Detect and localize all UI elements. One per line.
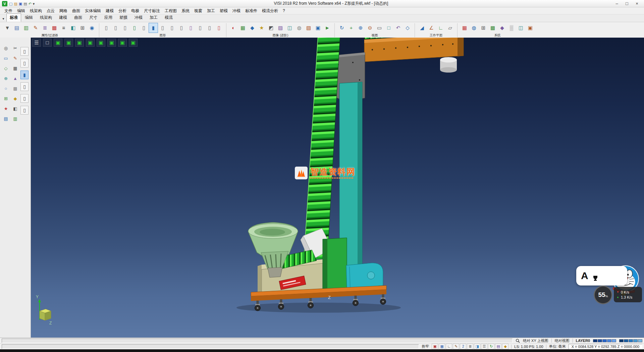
workplane-angle-icon[interactable]: ∠ — [427, 23, 436, 33]
clipboard-slot-6-icon[interactable]: ▯ — [20, 106, 29, 115]
view-plane-icon[interactable]: □ — [43, 39, 52, 47]
view-cube-bottom-icon[interactable]: ▣ — [118, 39, 127, 47]
multi-view-icon[interactable]: ▯ — [214, 23, 224, 33]
rectangle-icon[interactable]: ▭ — [3, 55, 9, 62]
tab-3[interactable]: 建模 — [56, 13, 70, 22]
view-rotate-icon[interactable]: ↻ — [337, 23, 346, 33]
view-pan-icon[interactable]: + — [346, 23, 356, 33]
trim-icon[interactable]: ✂ — [12, 45, 19, 52]
tab-2[interactable]: 线架构 — [37, 13, 55, 22]
color-swatch[interactable] — [602, 339, 607, 342]
half-shade-icon[interactable]: ◨ — [474, 344, 480, 349]
menu-item-14[interactable]: 加工 — [205, 7, 217, 14]
print-icon[interactable]: ▤ — [23, 1, 27, 6]
light-icon[interactable]: ★ — [257, 23, 266, 33]
sketch-icon[interactable]: ✎ — [12, 55, 19, 62]
maximize-button[interactable]: □ — [622, 1, 632, 6]
layers-icon[interactable]: ≣ — [40, 23, 50, 33]
annotation-bubble[interactable]: A — [576, 266, 627, 285]
snap-grid-icon[interactable]: ⊞ — [3, 95, 9, 102]
tab-6[interactable]: 应用 — [101, 13, 116, 22]
zoom-extents-icon[interactable]: ▯ — [139, 23, 149, 33]
edge-display-icon[interactable]: ▧ — [304, 23, 313, 33]
menu-item-15[interactable]: 塑模 — [217, 7, 230, 14]
copy-attributes-icon[interactable]: ▥ — [21, 23, 31, 33]
clipboard-slot-4-icon[interactable]: ▯ — [20, 82, 29, 91]
machine-model[interactable]: Z Y Z — [31, 38, 644, 338]
perspective-icon[interactable]: ▯ — [205, 23, 214, 33]
zoom-select-icon[interactable]: ◎ — [3, 45, 9, 52]
menu-item-18[interactable]: 模流分析 — [260, 7, 280, 14]
clipboard-slot-1-icon[interactable]: ▯ — [20, 47, 29, 56]
grid-filter-icon[interactable]: ⊞ — [78, 23, 87, 33]
color-swatch[interactable] — [619, 339, 624, 342]
wireframe-icon[interactable]: ▯ — [111, 23, 120, 33]
globe-icon[interactable]: ◍ — [469, 23, 479, 33]
transparency-icon[interactable]: ◍ — [294, 23, 304, 33]
linetype-icon[interactable]: ≡ — [59, 23, 68, 33]
menu-item-13[interactable]: 视窗 — [192, 7, 205, 14]
texture-icon[interactable]: ▦ — [238, 23, 248, 33]
view-fit-icon[interactable]: □ — [384, 23, 393, 33]
section-icon[interactable]: ◫ — [285, 23, 294, 33]
edit-attributes-icon[interactable]: ✎ — [31, 23, 40, 33]
shade-icon[interactable]: ◧ — [12, 105, 19, 112]
trophy-icon[interactable] — [592, 275, 598, 281]
view-iso-icon[interactable]: ◇ — [403, 23, 412, 33]
properties-icon[interactable]: ▤ — [12, 23, 21, 33]
speed-percent-badge[interactable]: 55 % — [594, 285, 612, 304]
grid-icon[interactable]: ▦ — [439, 344, 445, 349]
color-swatch[interactable] — [624, 339, 628, 342]
add-entity-icon[interactable]: ⊕ — [3, 75, 9, 82]
view-cube-front-icon[interactable]: ▣ — [75, 39, 84, 47]
settings-grid-icon[interactable]: ▩ — [488, 23, 497, 33]
snap-icon[interactable]: ▣ — [432, 344, 438, 349]
mask-icon[interactable]: ◧ — [68, 23, 78, 33]
tower-foot[interactable] — [323, 238, 347, 292]
table-icon[interactable]: ▤ — [495, 344, 501, 349]
select-filter-icon[interactable]: ▼ — [3, 23, 12, 33]
absolute-view-label[interactable]: 绝对视图 — [555, 338, 570, 343]
hidden-line-icon[interactable]: ▯ — [120, 23, 130, 33]
tab-8[interactable]: 冲模 — [131, 13, 146, 22]
view-cube-left-icon[interactable]: ▣ — [97, 39, 105, 47]
color-swatch[interactable] — [598, 339, 602, 342]
tab-0[interactable]: 标准 — [6, 13, 21, 22]
layers-icon[interactable]: ≣ — [467, 344, 473, 349]
point-icon[interactable]: ◇ — [3, 65, 9, 72]
color-palette-icon[interactable]: ▦ — [460, 23, 469, 33]
snapshot-icon[interactable]: ▣ — [313, 23, 323, 33]
undo-icon[interactable]: ↶ — [29, 1, 32, 6]
mesh-icon[interactable]: ▦ — [12, 65, 19, 72]
view-previous-icon[interactable]: ↶ — [393, 23, 403, 33]
text-tool-label[interactable]: A — [581, 271, 588, 281]
star-icon[interactable]: ★ — [3, 105, 9, 112]
minimize-button[interactable]: – — [612, 1, 622, 6]
snap-settings-icon[interactable]: ◆ — [497, 23, 507, 33]
viewport-3d[interactable]: ☰□▣▣▣▣▣▣▣▣ — [31, 38, 644, 338]
tab-1[interactable]: 编辑 — [21, 13, 36, 22]
view-cube-top-icon[interactable]: ▣ — [64, 39, 73, 47]
search-icon[interactable] — [516, 339, 520, 343]
diamond-icon[interactable]: ◆ — [502, 344, 508, 349]
tab-5[interactable]: 尺寸 — [86, 13, 101, 22]
new-file-icon[interactable]: ▢ — [9, 1, 12, 6]
color-swatch[interactable] — [593, 339, 597, 342]
view-window-icon[interactable]: ▭ — [375, 23, 384, 33]
refresh-icon[interactable]: ↻ — [488, 344, 494, 349]
redraw-icon[interactable]: ▯ — [177, 23, 186, 33]
count-icon[interactable]: 2 — [460, 344, 466, 349]
lock-toggle-label[interactable]: 拴牢 — [422, 344, 429, 349]
shadow-icon[interactable]: ◩ — [266, 23, 276, 33]
previous-view-icon[interactable]: ▯ — [167, 23, 177, 33]
tab-9[interactable]: 加工 — [146, 13, 161, 22]
background-icon[interactable]: ▨ — [276, 23, 285, 33]
zoom-window-icon[interactable]: ▮ — [149, 23, 158, 33]
info-icon[interactable]: ◉ — [87, 23, 97, 33]
shading-icon[interactable]: ▯ — [102, 23, 111, 33]
layer-indicator[interactable]: LAYER0 — [576, 339, 590, 343]
ortho-icon[interactable]: ∟ — [446, 344, 452, 349]
conveyor-tower[interactable] — [304, 38, 340, 260]
view-zoom-in-icon[interactable]: ⊕ — [356, 23, 365, 33]
color-swatch[interactable] — [629, 339, 633, 342]
